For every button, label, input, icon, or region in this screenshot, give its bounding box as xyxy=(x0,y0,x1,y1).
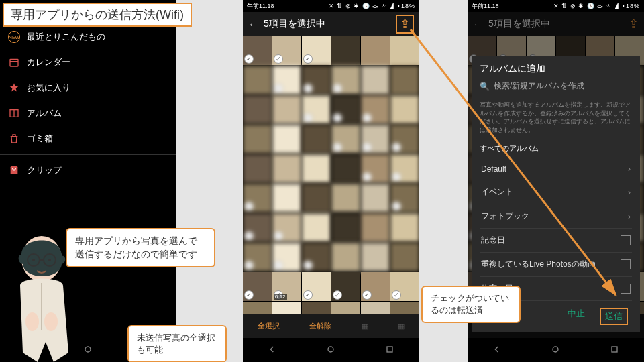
menu-trash[interactable]: ゴミ箱 xyxy=(0,126,176,152)
album-item[interactable]: 重複しているLive Photosの動画 xyxy=(480,253,632,277)
photo-thumb[interactable]: ✓ xyxy=(331,272,360,301)
deselect-all-button[interactable]: 全解除 xyxy=(309,321,331,331)
photo-thumb[interactable]: ✓ xyxy=(243,243,272,272)
photo-grid[interactable]: ✓✓✓✓✓✓✓✓✓✓✓✓✓✓✓✓✓✓✓✓✓✓✓0:12✓✓✓✓✓✓✓✓✓✓✓✓✓… xyxy=(243,36,419,314)
photo-thumb[interactable] xyxy=(331,36,360,65)
photo-thumb[interactable] xyxy=(331,243,360,272)
photo-thumb[interactable]: ✓ xyxy=(272,243,301,272)
nav-home-icon[interactable] xyxy=(325,344,336,357)
photo-thumb[interactable]: ✓ xyxy=(243,213,272,242)
share-icon[interactable]: ⇪ xyxy=(396,15,414,34)
photo-thumb[interactable] xyxy=(331,154,360,183)
album-item[interactable]: Default› xyxy=(480,158,632,180)
photo-thumb[interactable]: ✓ xyxy=(272,302,301,314)
menu-recent[interactable]: NEW 最近とりこんだもの xyxy=(0,24,176,50)
image-icon[interactable]: ▦ xyxy=(398,322,405,330)
check-icon: ✓ xyxy=(274,261,283,270)
album-label: 記念日 xyxy=(481,235,505,246)
photo-thumb[interactable] xyxy=(243,95,272,124)
photo-thumb[interactable] xyxy=(272,95,301,124)
photo-thumb[interactable]: ✓ xyxy=(390,125,419,154)
photo-thumb[interactable]: ✓ xyxy=(361,272,390,301)
photo-thumb[interactable] xyxy=(302,213,331,242)
nav-recent-icon[interactable] xyxy=(384,344,395,357)
photo-thumb[interactable] xyxy=(272,125,301,154)
photo-thumb[interactable]: ✓ xyxy=(302,36,331,65)
check-icon: ✓ xyxy=(333,143,342,152)
photo-thumb[interactable]: ✓ xyxy=(331,95,360,124)
photo-thumb[interactable]: ✓ xyxy=(331,302,360,314)
photo-thumb[interactable]: ✓ xyxy=(243,272,272,301)
album-search[interactable]: 🔍 検索/新規アルバムを作成 xyxy=(480,80,632,95)
photo-thumb[interactable] xyxy=(302,125,331,154)
photo-thumb[interactable]: ✓ xyxy=(302,302,331,314)
photo-thumb[interactable]: ✓ xyxy=(390,184,419,213)
photo-thumb[interactable]: ✓ xyxy=(331,125,360,154)
photo-thumb[interactable]: ✓ xyxy=(272,213,301,242)
photo-thumb[interactable]: ✓0:12 xyxy=(272,272,301,301)
photo-thumb[interactable]: ✓ xyxy=(302,243,331,272)
jpeg-icon[interactable]: ▦ xyxy=(362,322,368,330)
photo-thumb[interactable]: ✓ xyxy=(361,95,390,124)
photo-thumb[interactable] xyxy=(272,154,301,183)
photo-thumb[interactable]: ✓ xyxy=(243,302,272,314)
photo-thumb[interactable] xyxy=(243,125,272,154)
nav-back-icon[interactable] xyxy=(492,344,502,357)
cancel-button[interactable]: 中止 xyxy=(568,308,585,325)
check-icon: ✓ xyxy=(303,261,313,270)
album-item[interactable]: フォトブック› xyxy=(480,204,632,229)
menu-favorite[interactable]: お気に入り xyxy=(0,75,176,101)
album-item[interactable]: 記念日 xyxy=(480,229,632,253)
photo-thumb[interactable] xyxy=(272,184,301,213)
photo-thumb[interactable]: ✓ xyxy=(302,66,331,95)
photo-thumb[interactable] xyxy=(331,184,360,213)
photo-thumb[interactable] xyxy=(361,213,390,242)
menu-calendar[interactable]: カレンダー xyxy=(0,50,176,75)
select-all-button[interactable]: 全選択 xyxy=(258,321,280,331)
photo-thumb[interactable] xyxy=(390,66,419,95)
back-icon[interactable]: ← xyxy=(248,19,257,29)
photo-thumb[interactable] xyxy=(361,184,390,213)
photo-thumb[interactable] xyxy=(361,243,390,272)
photo-thumb[interactable]: ✓ xyxy=(361,302,390,314)
video-duration-badge: 0:12 xyxy=(274,294,287,300)
svg-point-12 xyxy=(48,259,51,261)
photo-thumb[interactable]: ✓ xyxy=(331,66,360,95)
photo-thumb[interactable] xyxy=(390,95,419,124)
nav-recent-icon[interactable] xyxy=(609,344,620,357)
new-icon: NEW xyxy=(8,31,20,43)
photo-thumb[interactable] xyxy=(302,154,331,183)
status-time: 午前11:18 xyxy=(472,0,499,12)
menu-label: お気に入り xyxy=(27,82,70,94)
all-albums-header: すべてのアルバム xyxy=(480,139,632,158)
photo-thumb[interactable]: ✓ xyxy=(361,125,390,154)
photo-thumb[interactable]: ✓ xyxy=(390,154,419,183)
photo-thumb[interactable]: ✓ xyxy=(361,154,390,183)
photo-thumb[interactable]: ✓ xyxy=(272,66,301,95)
photo-thumb[interactable]: ✓ xyxy=(272,36,301,65)
photo-thumb[interactable] xyxy=(243,66,272,95)
album-item[interactable]: イベント› xyxy=(480,180,632,204)
send-button[interactable]: 送信 xyxy=(600,308,628,325)
menu-clip[interactable]: クリップ xyxy=(0,158,176,183)
photo-thumb[interactable]: ✓ xyxy=(302,95,331,124)
photo-thumb[interactable]: ✓ xyxy=(243,36,272,65)
photo-thumb[interactable]: ✓ xyxy=(243,184,272,213)
check-icon: ✓ xyxy=(303,84,313,93)
nav-home-icon[interactable] xyxy=(550,344,561,357)
photo-thumb[interactable] xyxy=(390,36,419,65)
menu-album[interactable]: アルバム xyxy=(0,101,176,126)
menu-label: 最近とりこんだもの xyxy=(27,31,105,43)
photo-thumb[interactable]: ✓ xyxy=(390,302,419,314)
photo-thumb[interactable] xyxy=(361,66,390,95)
check-icon: ✓ xyxy=(244,231,254,241)
nav-back-icon[interactable] xyxy=(267,344,278,357)
photo-thumb[interactable]: ✓ xyxy=(302,272,331,301)
photo-thumb[interactable] xyxy=(361,36,390,65)
photo-thumb[interactable]: ✓ xyxy=(390,272,419,301)
photo-thumb[interactable] xyxy=(331,213,360,242)
photo-thumb[interactable] xyxy=(390,243,419,272)
photo-thumb[interactable] xyxy=(243,154,272,183)
photo-thumb[interactable] xyxy=(390,213,419,242)
photo-thumb[interactable] xyxy=(302,184,331,213)
